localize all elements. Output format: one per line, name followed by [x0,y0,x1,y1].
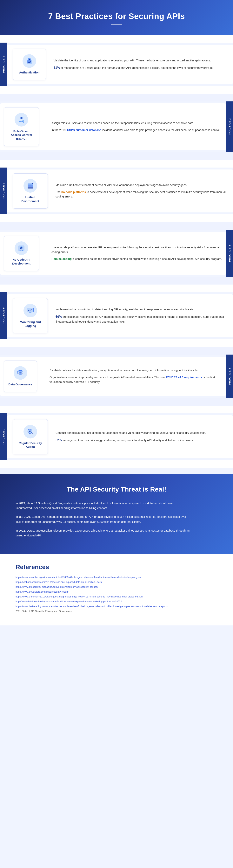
threat-section: The API Security Threat is Real! In 2019… [0,474,233,554]
practice-2-title: Role-Based Access Control (RBAC) [8,129,34,141]
security-audits-icon [24,425,37,438]
svg-point-10 [32,183,33,184]
practice-6-section: Establish policies for data classificati… [0,347,233,406]
practice-3-para-1: Maintain a unified environment across al… [56,183,226,188]
svg-point-4 [21,117,22,119]
data-governance-icon [13,366,27,380]
references-section: References https://www.securitymagazine.… [0,554,233,625]
ref-link-7[interactable]: https://www.darkreading.com/cyberattacks… [15,604,218,609]
practice-6-text: Establish policies for data classificati… [43,362,226,390]
practice-1-para-2: 31% of respondents are unsure about thei… [54,65,226,70]
practice-4-label: Practice 4 [226,230,233,277]
svg-point-21 [18,372,23,374]
monitoring-icon [24,304,37,317]
ref-link-2[interactable]: https://krebsonsecurity.com/2018/11/usps… [15,580,218,585]
practice-2-card: Role-Based Access Control (RBAC) [4,107,39,146]
practice-1-label: Practice 1 [0,43,7,86]
practice-6-title: Data Governance [8,382,32,386]
threat-para-3: In 2022, Optus, an Australian telecom pr… [15,528,190,538]
practice-6-para-2: Organizations focus on improved governan… [49,375,222,384]
references-title: References [15,563,218,570]
ref-link-5[interactable]: https://www.cnbc.com/2019/06/03/quest-di… [15,594,218,599]
practice-4-title: No-Code API Development [8,258,34,265]
practice-2-highlight: USPS customer database [67,128,101,131]
practice-1-card: Authentication [13,49,46,80]
header-divider [111,25,122,25]
practice-3-para-2: Use no-code platforms to accelerate API … [56,190,226,199]
svg-point-5 [22,120,24,122]
practice-2-text: Assign roles to users and restrict acces… [45,115,226,138]
practice-7-section: Practice 7 Regular Security Audits Condu… [0,406,233,468]
practice-2-para-1: Assign roles to users and restrict acces… [52,121,222,126]
practice-4-inner: Use no-code platforms to accelerate API … [0,232,226,275]
practice-1-stat: 31% [54,66,60,69]
practice-5: Practice 5 Monitoring and Logging Implem… [0,292,233,339]
practice-3-highlight: no-code platforms [61,190,86,193]
ref-link-1[interactable]: https://www.securitymagazine.com/article… [15,575,218,580]
ref-link-4[interactable]: https://www.clouditcare.com/p/api-securi… [15,589,218,594]
practice-1-text: Validate the identity of users and appli… [50,53,233,76]
ref-note: 2021 State of API Security, Privacy, and… [15,610,72,613]
practice-4-section: Use no-code platforms to accelerate API … [0,222,233,284]
references-list: https://www.securitymagazine.com/article… [15,575,218,614]
practice-7-inner: Regular Security Audits Conduct periodic… [7,415,233,458]
practice-3-inner: Unified Environment Maintain a unified e… [7,169,233,212]
svg-rect-8 [28,187,33,188]
practice-3-card: Unified Environment [13,174,48,209]
practice-2-label: Practice 2 [226,101,233,152]
practice-7: Practice 7 Regular Security Audits Condu… [0,413,233,460]
practice-4-card: API No-Code API Development [4,236,39,271]
practice-4: Use no-code platforms to accelerate API … [0,230,233,277]
svg-point-14 [21,247,22,248]
svg-point-24 [29,430,31,432]
practice-5-para-2: 60% professionals responsible for API ma… [56,314,226,324]
practice-7-text: Conduct periodic audits, including penet… [52,425,233,448]
practice-7-card: Regular Security Audits [13,419,48,455]
practice-7-label: Practice 7 [0,413,7,460]
page-title: 7 Best Practices for Securing APIs [8,12,225,21]
practice-6-para-1: Establish policies for data classificati… [49,368,222,373]
practice-2-section: Assign roles to users and restrict acces… [0,94,233,160]
practice-5-title: Monitoring and Logging [17,320,43,328]
svg-point-2 [29,59,30,60]
practice-2-inner: Assign roles to users and restrict acces… [0,103,226,150]
practice-5-para-1: Implement robust monitoring to detect an… [56,307,226,312]
practice-5-text: Implement robust monitoring to detect an… [52,302,233,330]
practice-2-para-2: In the 2019, USPS customer database inci… [52,128,222,132]
practice-3-text: Maintain a unified environment across al… [52,177,233,205]
practice-7-stat: 52% [56,438,62,442]
practice-3: Practice 3 Unified Environment Maintain … [0,167,233,214]
practice-6-label: Practice 6 [226,355,233,398]
ref-link-6[interactable]: http://www.databreachtoday.asia/data-7-m… [15,599,218,604]
practice-5-stat: 60% [56,315,62,318]
practice-5-card: Monitoring and Logging [13,298,48,333]
ref-link-3[interactable]: https://www.infosecurity-magazine.com/op… [15,585,218,589]
practice-5-label: Practice 5 [0,292,7,339]
practice-6: Establish policies for data classificati… [0,355,233,398]
practice-4-highlight: Reduce coding [52,257,72,260]
threat-para-2: In late 2021, Beetle Eye, a marketing pl… [15,515,190,524]
practice-5-section: Practice 5 Monitoring and Logging Implem… [0,284,233,347]
threat-para-1: In 2019, about 11.9 million Quest Diagno… [15,501,190,511]
practice-6-highlight: PCI DSS v4.0 requirements [166,376,202,379]
nocode-icon: API [14,241,28,255]
practice-7-para-1: Conduct periodic audits, including penet… [56,431,226,435]
practice-3-section: Practice 3 Unified Environment Maintain … [0,160,233,222]
practice-2: Assign roles to users and restrict acces… [0,101,233,152]
unified-env-icon [24,179,37,193]
practice-7-para-2: 52% management and security suggested us… [56,438,226,443]
practice-4-para-1: Use no-code platforms to accelerate API … [52,245,222,255]
practice-1: Practice 1 Authentication Validate the i… [0,43,233,86]
practice-1-title: Authentication [19,70,40,74]
practice-1-inner: Authentication Validate the identity of … [7,45,233,84]
practice-4-para-2: Reduce coding is considered as the top c… [52,257,222,261]
practice-3-title: Unified Environment [17,195,43,203]
practice-6-card: Data Governance [4,361,37,392]
page-header: 7 Best Practices for Securing APIs [0,0,233,35]
svg-rect-7 [28,185,33,187]
practice-1-section: Practice 1 Authentication Validate the i… [0,35,233,94]
practice-5-inner: Monitoring and Logging Implement robust … [7,294,233,337]
practice-1-para-1: Validate the identity of users and appli… [54,58,226,63]
threat-title: The API Security Threat is Real! [15,486,218,493]
practice-7-title: Regular Security Audits [17,441,43,449]
